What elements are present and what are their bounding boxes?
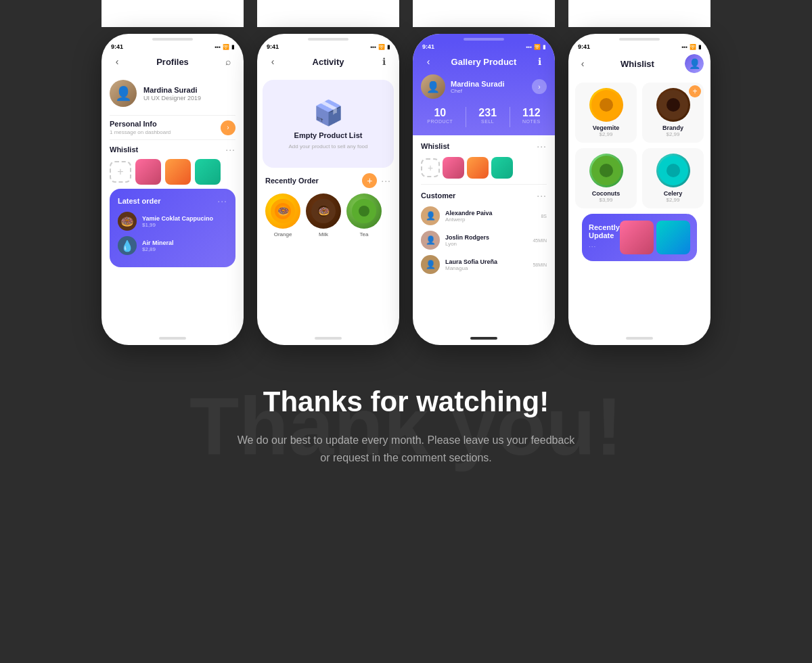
search-icon[interactable]: ⌕ [221, 54, 235, 69]
customer-menu[interactable]: ··· [537, 190, 547, 201]
product-coconuts-img [589, 154, 623, 187]
product-milk: 🍩 Milk [306, 193, 341, 237]
svg-point-10 [600, 98, 613, 112]
phone2-notch-area [257, 34, 399, 42]
signal-icon3: ▪▪▪ [526, 44, 532, 50]
sub-text: We do our best to update every month. Pl… [237, 432, 575, 466]
cust-avatar-3: 👤 [421, 255, 440, 274]
wifi-icon: 🛜 [223, 44, 229, 50]
recently-menu[interactable]: ··· [381, 175, 391, 186]
gallery-info-icon[interactable]: ℹ [532, 54, 547, 69]
phone4-profile-avatar[interactable]: 👤 [685, 54, 704, 73]
phone2-status-bar: 9:41 ▪▪▪ 🛜 ▮ [257, 42, 399, 51]
cust-loc-2: Lyon [445, 241, 489, 247]
profile-name: Mardina Suradi [143, 86, 201, 94]
wifi-icon4: 🛜 [690, 44, 696, 50]
phone4-status-icons: ▪▪▪ 🛜 ▮ [681, 43, 701, 50]
cust-name-2: Joslin Rodgers [445, 234, 489, 241]
phone4-time: 9:41 [578, 43, 590, 50]
stat-notes: 112 NOTES [522, 107, 541, 127]
gallery-wl-actions: ··· [537, 141, 547, 152]
ru-images [620, 221, 690, 254]
divider1 [110, 115, 235, 116]
gallery-back-icon[interactable]: ‹ [421, 54, 436, 69]
stat-sell: 231 SELL [478, 107, 497, 127]
recently-update-menu[interactable]: ··· [589, 243, 596, 250]
cust-time-1: 8S [541, 214, 547, 219]
personal-info-section: Personal Info 1 message on dashboard › [110, 120, 235, 135]
gallery-header: 9:41 ▪▪▪ 🛜 ▮ ‹ Gallery Product ℹ 👤 Mardi… [413, 42, 555, 135]
phone1-nav: ‹ Profiles ⌕ [110, 51, 235, 74]
empty-title: Empty Product List [294, 131, 363, 139]
gallery-wl-add[interactable]: + [421, 158, 440, 177]
whislist-item-2 [165, 159, 191, 185]
personal-info-title: Personal Info [110, 120, 171, 128]
phone4-back-icon[interactable]: ‹ [575, 56, 590, 71]
phone2-notch [308, 38, 348, 41]
phone2-title: Activity [313, 57, 344, 67]
order-info-1: Yamie Coklat Cappucino $1,99 [142, 215, 213, 228]
stat-product: 10 PRODUCT [427, 107, 453, 127]
top-phone-2 [257, 0, 399, 27]
recently-order-title: Recently Order [265, 177, 319, 185]
recently-update-title: Recently Update [589, 223, 620, 239]
stat-num-2: 112 [522, 107, 541, 119]
cust-loc-1: Antwerp [445, 216, 493, 223]
phone3-status-bar: 9:41 ▪▪▪ 🛜 ▮ [421, 42, 547, 51]
profile-avatar: 👤 [110, 80, 137, 107]
phone4-notch-area [568, 34, 710, 42]
add-badge[interactable]: + [689, 85, 701, 97]
cust-time-2: 45MIN [533, 238, 547, 243]
stat-divider2 [510, 107, 510, 127]
whislist-items: + [110, 159, 235, 185]
gallery-profile-role: Chef [451, 88, 504, 94]
phone4-home-bar [626, 337, 653, 340]
phone2-status-icons: ▪▪▪ 🛜 ▮ [370, 43, 390, 50]
phone3-home-bar [470, 337, 497, 340]
svg-point-8 [359, 206, 369, 216]
stats-row: 10 PRODUCT 231 SELL 112 NOTES [421, 107, 547, 127]
empty-sub: Add your product to sell any food [289, 143, 368, 150]
phone3-notch-area [413, 34, 555, 42]
product-orange: 🍩 Orange [265, 193, 300, 237]
product-orange-img: 🍩 [265, 193, 300, 229]
phone2-info-icon[interactable]: ℹ [376, 54, 391, 69]
phone4-notch [619, 38, 660, 41]
whislist-add-btn[interactable]: + [110, 161, 131, 183]
cust-time-3: 58MIN [533, 262, 547, 267]
phone4-title: Whislist [621, 59, 654, 69]
gallery-profile-arrow[interactable]: › [532, 79, 547, 94]
product-tea-img [346, 193, 382, 229]
back-icon[interactable]: ‹ [110, 54, 125, 69]
main-heading: Thanks for watching! [68, 386, 744, 418]
phone4-status-bar: 9:41 ▪▪▪ 🛜 ▮ [568, 42, 710, 51]
phone-whislist: 9:41 ▪▪▪ 🛜 ▮ ‹ Whislist 👤 Vegemite [568, 34, 710, 345]
whislist-menu[interactable]: ··· [225, 144, 235, 155]
product-milk-label: Milk [319, 231, 328, 237]
svg-text:🍩: 🍩 [277, 206, 290, 217]
gallery-whislist-title: Whislist [421, 142, 449, 150]
phone2-back-icon[interactable]: ‹ [265, 54, 280, 69]
gallery-profile-name: Mardina Suradi [451, 80, 504, 88]
recently-order-header: Recently Order + ··· [265, 173, 391, 188]
gallery-wl-menu[interactable]: ··· [537, 141, 547, 152]
cust-avatar-1: 👤 [421, 206, 440, 225]
product-tea-label: Tea [360, 231, 369, 237]
phone1-status-bar: 9:41 ▪▪▪ 🛜 ▮ [102, 42, 244, 51]
signal-icon: ▪▪▪ [215, 44, 221, 50]
recently-add-btn[interactable]: + [362, 173, 377, 188]
product-card-celery: Celery $2,99 [642, 148, 704, 208]
latest-order-menu[interactable]: ··· [217, 196, 227, 206]
customer-header: Customer ··· [421, 190, 547, 201]
battery-icon: ▮ [231, 44, 234, 50]
product-orange-label: Orange [274, 231, 292, 237]
top-phone-1 [102, 0, 244, 27]
personal-info-header: Personal Info 1 message on dashboard › [110, 120, 235, 135]
battery-icon3: ▮ [543, 44, 545, 50]
phone-activity: 9:41 ▪▪▪ 🛜 ▮ ‹ Activity ℹ 📦 Empty Produc… [257, 34, 399, 345]
cust-avatar-2: 👤 [421, 231, 440, 250]
latest-order-title: Latest order [118, 197, 161, 205]
personal-info-arrow[interactable]: › [221, 120, 235, 135]
customer-item-2: 👤 Joslin Rodgers Lyon 45MIN [421, 231, 547, 250]
gallery-wl-item2 [467, 157, 489, 179]
